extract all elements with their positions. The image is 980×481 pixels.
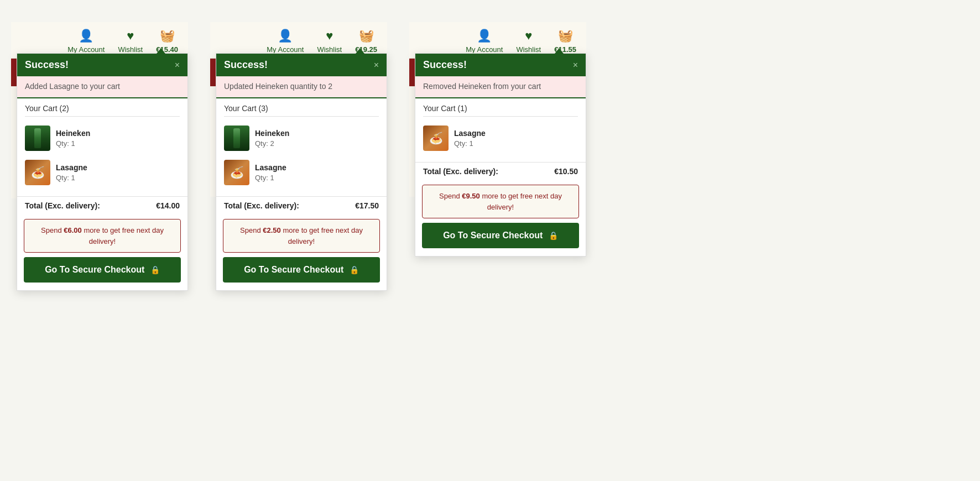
total-label: Total (Exc. delivery):: [224, 201, 299, 210]
cart-item: HeinekenQty: 1: [25, 121, 180, 155]
cart-item: 🍝LasagneQty: 1: [224, 155, 379, 190]
checkout-label: Go To Secure Checkout: [45, 265, 144, 274]
cart-count-label: Your Cart (1): [415, 98, 586, 116]
success-message: Removed Heineken from your cart: [415, 76, 586, 98]
lock-icon: 🔒: [350, 265, 359, 274]
success-title: Success!: [423, 59, 467, 71]
cart-item-qty: Qty: 1: [255, 174, 286, 182]
account-icon: 👤: [278, 29, 293, 43]
cart-item: 🍝LasagneQty: 1: [25, 155, 180, 190]
success-title: Success!: [224, 59, 268, 71]
popup-triangle: [157, 48, 165, 54]
my-account-nav[interactable]: 👤My Account: [267, 29, 304, 54]
my-account-label: My Account: [466, 45, 503, 54]
cart-items-list: HeinekenQty: 2🍝LasagneQty: 1: [216, 117, 387, 194]
cart-item-info: LasagneQty: 1: [454, 129, 486, 148]
cart-item-info: HeinekenQty: 1: [56, 129, 90, 148]
total-label: Total (Exc. delivery):: [25, 201, 100, 210]
cart-item-info: LasagneQty: 1: [255, 163, 286, 182]
panel-1: 👤My Account♥Wishlist🧺€15.40yAdd tothat l…: [11, 22, 188, 198]
panel-2: 👤My Account♥Wishlist🧺€19.25ySuccess!×Upd…: [210, 22, 387, 197]
cart-popup: Success!×Added Lasagne to your cartYour …: [17, 53, 188, 291]
close-button[interactable]: ×: [175, 60, 180, 70]
delivery-notice: Spend €2.50 more to get free next day de…: [223, 219, 380, 253]
cart-items-list: HeinekenQty: 1🍝LasagneQty: 1: [17, 117, 187, 194]
wishlist-nav[interactable]: ♥Wishlist: [118, 29, 143, 54]
lasagne-image: 🍝: [224, 160, 249, 185]
cart-icon: 🧺: [359, 29, 374, 43]
wishlist-nav[interactable]: ♥Wishlist: [516, 29, 541, 54]
heineken-image: [224, 126, 249, 151]
delivery-amount: €6.00: [64, 226, 82, 234]
cart-item-info: HeinekenQty: 2: [255, 129, 289, 148]
cart-item-name: Lasagne: [255, 163, 286, 172]
checkout-button[interactable]: Go To Secure Checkout 🔒: [24, 257, 181, 283]
wishlist-nav[interactable]: ♥Wishlist: [317, 29, 342, 54]
cart-item: 🍝LasagneQty: 1: [423, 121, 578, 155]
cart-popup: Success!×Removed Heineken from your cart…: [415, 53, 586, 257]
total-value: €14.00: [156, 201, 180, 210]
cart-item-qty: Qty: 1: [56, 174, 87, 182]
delivery-notice: Spend €9.50 more to get free next day de…: [422, 185, 579, 218]
cart-item-qty: Qty: 2: [255, 139, 289, 148]
delivery-amount: €2.50: [263, 226, 281, 234]
heart-icon: ♥: [127, 29, 134, 43]
cart-item: HeinekenQty: 2: [224, 121, 379, 155]
popup-triangle: [356, 48, 364, 54]
delivery-amount: €9.50: [462, 192, 480, 200]
cart-total-row: Total (Exc. delivery):€10.50: [415, 162, 586, 180]
account-icon: 👤: [477, 29, 492, 43]
lock-icon: 🔒: [150, 265, 160, 274]
cart-item-name: Heineken: [255, 129, 289, 138]
success-message: Added Lasagne to your cart: [17, 76, 187, 98]
close-button[interactable]: ×: [573, 60, 578, 70]
cart-popup: Success!×Updated Heineken quantity to 2Y…: [216, 53, 387, 291]
cart-total-row: Total (Exc. delivery):€17.50: [216, 196, 387, 215]
cart-total-row: Total (Exc. delivery):€14.00: [17, 196, 187, 215]
my-account-label: My Account: [267, 45, 304, 54]
cart-item-qty: Qty: 1: [56, 139, 90, 148]
cart-item-name: Lasagne: [56, 163, 87, 172]
cart-icon: 🧺: [558, 29, 573, 43]
success-message: Updated Heineken quantity to 2: [216, 76, 387, 98]
account-icon: 👤: [79, 29, 93, 43]
cart-item-name: Heineken: [56, 129, 90, 138]
popup-header: Success!×: [17, 54, 187, 76]
total-label: Total (Exc. delivery):: [423, 167, 498, 176]
cart-item-name: Lasagne: [454, 129, 486, 138]
my-account-label: My Account: [67, 45, 105, 54]
heart-icon: ♥: [326, 29, 333, 43]
heineken-image: [25, 126, 50, 151]
cart-count-label: Your Cart (3): [216, 98, 387, 116]
checkout-label: Go To Secure Checkout: [244, 265, 343, 274]
wishlist-label: Wishlist: [317, 45, 342, 54]
total-value: €17.50: [355, 201, 379, 210]
heart-icon: ♥: [525, 29, 532, 43]
checkout-label: Go To Secure Checkout: [443, 231, 543, 240]
cart-item-qty: Qty: 1: [454, 139, 486, 148]
lasagne-image: 🍝: [25, 160, 50, 185]
wishlist-label: Wishlist: [118, 45, 143, 54]
my-account-nav[interactable]: 👤My Account: [466, 29, 503, 54]
wishlist-label: Wishlist: [516, 45, 541, 54]
cart-item-info: LasagneQty: 1: [56, 163, 87, 182]
panel-3: 👤My Account♥Wishlist🧺€11.55ySuccess!×Rem…: [409, 22, 586, 197]
cart-icon: 🧺: [160, 29, 175, 43]
success-title: Success!: [25, 59, 69, 71]
my-account-nav[interactable]: 👤My Account: [67, 29, 105, 54]
lock-icon: 🔒: [549, 231, 558, 240]
cart-items-list: 🍝LasagneQty: 1: [415, 117, 586, 160]
checkout-button[interactable]: Go To Secure Checkout 🔒: [223, 257, 380, 283]
popup-header: Success!×: [415, 54, 586, 76]
checkout-button[interactable]: Go To Secure Checkout 🔒: [422, 223, 579, 248]
lasagne-image: 🍝: [423, 126, 449, 151]
popup-header: Success!×: [216, 54, 387, 76]
total-value: €10.50: [554, 167, 578, 176]
close-button[interactable]: ×: [374, 60, 379, 70]
popup-triangle: [555, 48, 564, 54]
delivery-notice: Spend €6.00 more to get free next day de…: [24, 219, 181, 253]
cart-count-label: Your Cart (2): [17, 98, 187, 116]
